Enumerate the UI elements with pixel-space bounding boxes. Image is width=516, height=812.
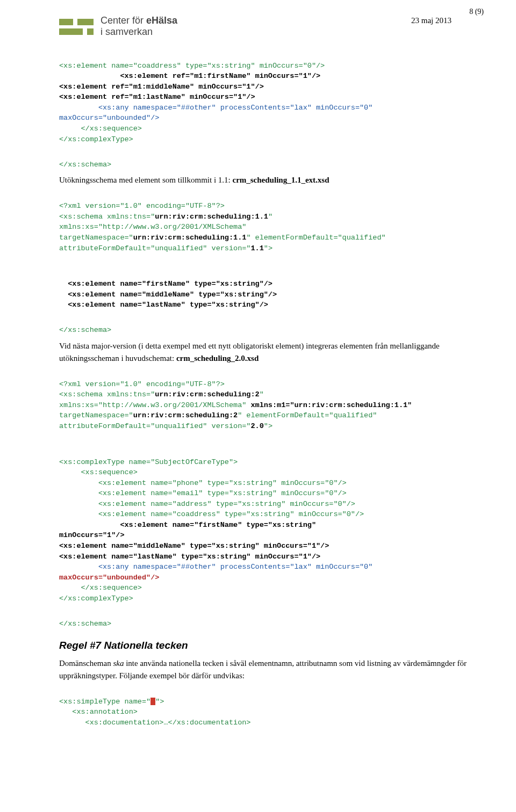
para-major-version: Vid nästa major-version (i detta exempel… xyxy=(59,340,484,364)
code-block-rule7: <xs:simpleType name=""> <xs:annotation> … xyxy=(59,686,484,738)
code-block-2-end: </xs:schema> xyxy=(59,325,484,336)
logo-line2: i samverkan xyxy=(101,26,177,38)
code-block-1: <xs:element name="coaddress" type="xs:st… xyxy=(59,50,484,155)
redacted-box xyxy=(150,698,155,705)
para-extension-schema: Utökningsschema med element som tillkomm… xyxy=(59,174,484,186)
code-block-2-body: <xs:element name="firstName" type="xs:st… xyxy=(59,269,484,321)
logo-line1b: eHälsa xyxy=(146,15,177,26)
logo: Center för eHälsa i samverkan xyxy=(59,15,177,42)
page-number: 8 (9) xyxy=(469,8,484,16)
header: Center för eHälsa i samverkan 23 maj 201… xyxy=(59,15,484,42)
logo-icon xyxy=(59,17,94,42)
code-block-4a: <xs:complexType name="SubjectOfCareType"… xyxy=(59,446,484,614)
code-block-2-head: <?xml version="1.0" encoding="UTF-8"?> <… xyxy=(59,191,484,264)
code-block-4-end: </xs:schema> xyxy=(59,619,484,629)
logo-line1a: Center för xyxy=(101,15,146,26)
rule7-para: Domänscheman ska inte använda nationella… xyxy=(59,657,484,682)
rule7-heading: Regel #7 Nationella tecken xyxy=(59,638,484,654)
header-date: 23 maj 2013 xyxy=(411,16,452,25)
code-block-3-head: <?xml version="1.0" encoding="UTF-8"?> <… xyxy=(59,368,484,442)
code-block-1-end: </xs:schema> xyxy=(59,160,484,170)
